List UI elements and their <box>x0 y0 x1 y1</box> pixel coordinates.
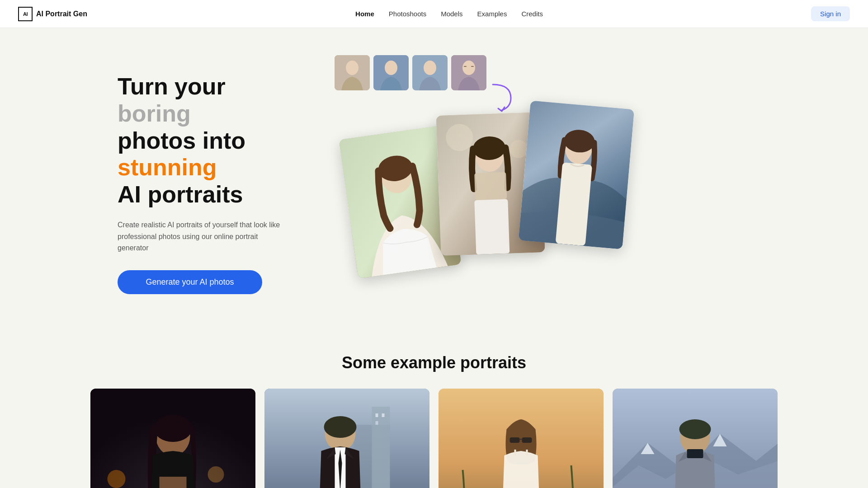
svg-rect-19 <box>474 172 507 200</box>
svg-point-3 <box>385 61 397 75</box>
input-photo-4 <box>451 55 486 90</box>
hero-text-block: Turn your boring photos into stunning AI… <box>118 55 307 294</box>
hero-section: Turn your boring photos into stunning AI… <box>0 28 868 326</box>
svg-rect-34 <box>160 477 187 488</box>
input-photo-3-svg <box>412 55 448 90</box>
svg-point-33 <box>154 415 192 442</box>
svg-rect-8 <box>464 66 467 67</box>
nav-links: Home Photoshoots Models Examples Credits <box>355 10 543 18</box>
nav-models[interactable]: Models <box>441 10 462 18</box>
svg-rect-9 <box>471 66 474 67</box>
input-photo-1-svg <box>335 55 370 90</box>
example-card-4 <box>613 389 778 488</box>
svg-rect-50 <box>526 450 528 456</box>
cta-generate-button[interactable]: Generate your AI photos <box>118 270 262 294</box>
hero-title-stunning: stunning <box>118 154 217 180</box>
svg-rect-39 <box>382 413 385 417</box>
output-photos <box>348 105 628 295</box>
svg-rect-38 <box>376 413 378 417</box>
input-photo-3 <box>412 55 448 90</box>
example-card-2 <box>264 389 429 488</box>
svg-rect-49 <box>514 450 516 456</box>
input-photo-2 <box>373 55 409 90</box>
input-photos-row <box>335 55 486 90</box>
sign-in-button[interactable]: Sign in <box>811 6 850 21</box>
svg-point-42 <box>324 416 357 438</box>
svg-rect-20 <box>474 199 509 255</box>
svg-rect-54 <box>687 449 703 458</box>
svg-point-5 <box>424 61 436 75</box>
brand-name: AI Portrait Gen <box>36 10 87 18</box>
examples-grid <box>90 389 778 488</box>
nav-home[interactable]: Home <box>355 10 374 18</box>
svg-point-53 <box>679 419 711 439</box>
hero-title-line2: photos into <box>118 127 245 154</box>
navbar: AI AI Portrait Gen Home Photoshoots Mode… <box>0 0 868 28</box>
example-card-1 <box>90 389 255 488</box>
svg-point-26 <box>108 470 126 488</box>
example-card-3 <box>439 389 604 488</box>
output-portrait-3 <box>519 101 634 249</box>
brand-logo[interactable]: AI AI Portrait Gen <box>18 7 87 21</box>
input-photo-4-svg <box>451 55 486 90</box>
examples-title: Some example portraits <box>90 353 778 372</box>
input-photo-1 <box>335 55 370 90</box>
svg-rect-40 <box>376 421 378 425</box>
input-photo-2-svg <box>373 55 409 90</box>
nav-examples[interactable]: Examples <box>477 10 507 18</box>
hero-title-boring: boring <box>118 100 191 127</box>
svg-point-28 <box>208 466 224 483</box>
nav-credits[interactable]: Credits <box>521 10 543 18</box>
hero-title-line1: Turn your <box>118 73 226 99</box>
hero-title-line3: AI portraits <box>118 181 243 207</box>
svg-point-7 <box>462 61 475 75</box>
hero-title: Turn your boring photos into stunning AI… <box>118 73 307 208</box>
hero-visual <box>335 55 778 299</box>
svg-point-1 <box>346 61 359 75</box>
nav-photoshoots[interactable]: Photoshoots <box>389 10 426 18</box>
svg-rect-37 <box>372 407 390 488</box>
svg-rect-47 <box>522 437 532 443</box>
examples-section: Some example portraits <box>0 326 868 488</box>
hero-subtitle: Create realistic AI portraits of yoursel… <box>118 219 280 254</box>
brand-icon: AI <box>18 7 33 21</box>
svg-rect-46 <box>510 437 520 443</box>
